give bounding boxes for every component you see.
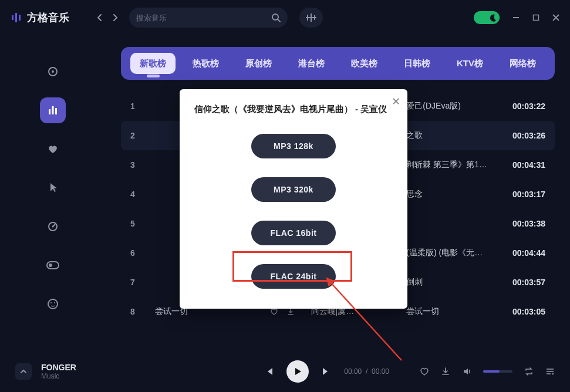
svg-rect-10 [534,15,539,21]
nav-arrows [96,14,119,21]
song-album: 倒刺 [400,277,496,288]
song-index: 3 [130,160,155,170]
logo-bars-icon [11,12,22,23]
song-duration: 00:03:22 [496,102,545,111]
song-index: 4 [130,190,155,199]
search-icon[interactable] [271,13,281,22]
window-controls [474,11,559,24]
quality-option-0[interactable]: MP3 128k [251,134,336,158]
tab-2[interactable]: 原创榜 [236,53,281,74]
time-sep: / [366,367,367,376]
modal-title: 信仰之歌（《我要逆风去》电视片尾曲） - 吴宣仪 [193,102,394,116]
quality-option-1[interactable]: MP3 320k [251,177,336,202]
tab-4[interactable]: 欧美榜 [342,53,387,74]
svg-point-14 [52,70,54,73]
svg-point-21 [49,263,52,267]
nav-back-button[interactable] [96,14,103,21]
tab-7[interactable]: 网络榜 [500,53,545,74]
playlist-button[interactable] [545,367,555,376]
song-duration: 00:03:05 [496,307,545,316]
svg-point-23 [50,302,52,303]
equalizer-button[interactable] [299,8,323,28]
song-album: 尝试一切 [400,306,496,317]
player-bar: FONGER Music 00:00 / 00:00 [0,351,570,392]
quality-option-3[interactable]: FLAC 24bit [251,264,336,289]
svg-rect-1 [15,13,17,22]
app-name: 方格音乐 [27,11,69,25]
time-info: 00:00 / 00:00 [344,367,389,376]
song-album: 思念 [400,189,496,200]
now-playing: FONGER Music [41,363,76,380]
time-total: 00:00 [372,367,389,376]
song-duration: 00:04:31 [496,160,545,170]
quality-modal: ✕ 信仰之歌（《我要逆风去》电视片尾曲） - 吴宣仪 MP3 128kMP3 3… [180,89,407,309]
row-download-icon[interactable] [286,307,295,316]
tab-0[interactable]: 新歌榜 [130,53,176,74]
song-album: (温柔版) (电影《无价… [400,248,496,258]
song-index: 1 [130,102,155,111]
ranking-tabs: 新歌榜热歌榜原创榜港台榜欧美榜日韩榜KTV榜网络榜 [121,47,555,80]
volume-slider[interactable] [483,370,512,373]
song-album: 剃斩棘 第三季》第10期 [400,160,496,170]
playback-controls: 00:00 / 00:00 [264,360,555,383]
song-index: 8 [130,307,155,316]
search-input[interactable] [136,13,268,22]
title-bar: 方格音乐 [0,0,570,35]
volume-icon[interactable] [462,367,471,376]
app-window: 方格音乐 [0,0,570,392]
now-playing-title: FONGER [41,363,76,372]
tab-5[interactable]: 日韩榜 [394,53,440,74]
song-duration: 00:03:26 [496,131,545,140]
song-duration: 00:04:44 [496,248,545,258]
sidebar-item-target[interactable] [40,214,66,239]
svg-rect-17 [55,108,57,114]
svg-rect-2 [19,15,21,21]
quality-option-2[interactable]: FLAC 16bit [251,221,336,245]
svg-rect-15 [49,109,50,114]
search-box[interactable] [129,8,288,28]
song-index: 7 [130,278,155,287]
maximize-button[interactable] [532,14,539,21]
song-index: 5 [130,219,155,228]
svg-rect-0 [12,15,14,20]
modal-close-button[interactable]: ✕ [392,95,400,108]
play-button[interactable] [286,360,309,383]
nav-forward-button[interactable] [112,14,119,21]
song-duration: 00:03:38 [496,219,545,228]
song-index: 2 [130,131,155,140]
previous-button[interactable] [264,367,274,376]
song-index: 6 [130,248,155,258]
time-current: 00:00 [344,367,362,376]
close-button[interactable] [552,14,559,21]
now-playing-subtitle: Music [41,372,76,380]
svg-point-22 [48,299,58,309]
theme-toggle[interactable] [474,11,500,24]
sidebar-item-disc[interactable] [40,59,66,85]
download-button[interactable] [441,367,450,376]
repeat-button[interactable] [524,367,534,376]
like-button[interactable] [420,367,429,376]
svg-point-24 [54,302,55,303]
tab-6[interactable]: KTV榜 [447,53,493,74]
sidebar-item-favorites[interactable] [40,136,66,162]
sidebar-item-charts[interactable] [40,97,66,123]
sidebar-item-pointer[interactable] [40,175,66,201]
minimize-button[interactable] [512,14,520,21]
sidebar-item-face[interactable] [40,291,66,317]
quality-options: MP3 128kMP3 320kFLAC 16bitFLAC 24bit [193,134,394,289]
svg-point-19 [52,226,54,228]
row-like-icon[interactable] [270,307,278,316]
next-button[interactable] [322,367,331,376]
collapse-button[interactable] [15,363,32,380]
song-row-actions [270,307,305,316]
svg-line-4 [278,19,280,22]
song-duration: 00:03:57 [496,278,545,287]
svg-rect-16 [52,106,54,114]
tab-3[interactable]: 港台榜 [289,53,334,74]
sidebar [0,41,106,351]
app-logo: 方格音乐 [11,11,69,25]
tab-1[interactable]: 热歌榜 [183,53,228,74]
song-duration: 00:03:17 [496,190,545,199]
sidebar-item-toggle[interactable] [40,252,66,278]
song-album: 爱己(DJEva版) [400,101,496,111]
